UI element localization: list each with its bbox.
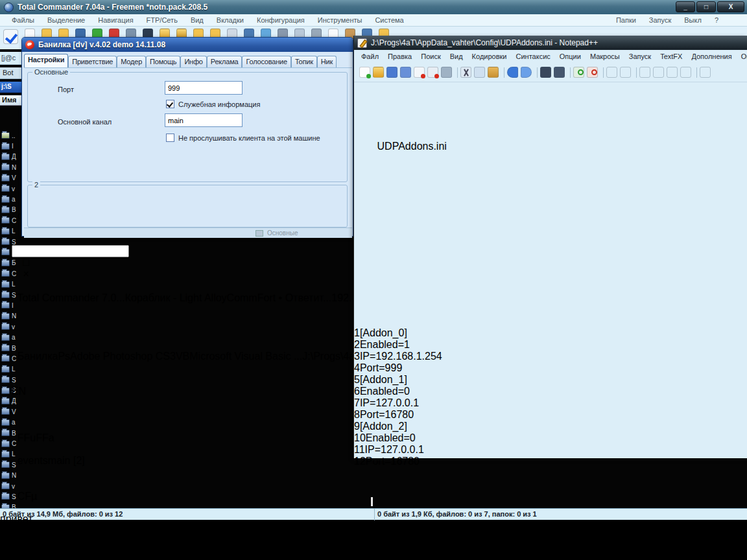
no-listen-checkbox[interactable] xyxy=(166,134,174,142)
tc-menu-item[interactable]: Папки xyxy=(610,16,643,24)
npp-toolbar-icon[interactable] xyxy=(474,67,485,78)
tray-icon[interactable]: En xyxy=(21,549,34,560)
npp-toolbar-icon[interactable] xyxy=(359,67,370,78)
tc-menu-item[interactable]: FTP/Сеть xyxy=(140,16,184,24)
tc-path-bar[interactable]: j:\S xyxy=(0,82,21,93)
tc-folder-tab[interactable]: Bot xyxy=(0,67,21,79)
checkmark-icon[interactable] xyxy=(3,29,18,44)
editor-area[interactable]: 1[Addon_0]2Enabled=13IP=192.168.1.2544Po… xyxy=(354,211,747,514)
npp-toolbar-icon[interactable] xyxy=(521,67,532,78)
tray-icon[interactable]: FFu xyxy=(18,432,36,443)
tc-menu-item[interactable]: Система xyxy=(368,16,410,24)
npp-toolbar-icon[interactable] xyxy=(386,67,397,78)
banilka-tab[interactable]: Реклама xyxy=(207,56,243,67)
npp-menu-item[interactable]: Опции xyxy=(555,52,586,60)
channel-input[interactable] xyxy=(165,113,243,127)
tc-drive-bar[interactable]: [j@c xyxy=(0,52,21,65)
file-row[interactable]: .. xyxy=(0,130,21,141)
npp-menu-item[interactable]: Кодировки xyxy=(468,52,512,60)
tray-icon[interactable]: µ xyxy=(31,491,37,502)
npp-toolbar-icon[interactable] xyxy=(603,67,604,78)
banilka-tab[interactable]: Настройки xyxy=(24,54,68,67)
tc-menu-item[interactable]: Навигация xyxy=(91,16,139,24)
npp-toolbar-icon[interactable] xyxy=(488,67,499,78)
npp-toolbar-icon[interactable] xyxy=(507,67,518,78)
npp-toolbar-icon[interactable] xyxy=(587,67,598,78)
editor-line[interactable]: 12Port=16780 xyxy=(354,456,747,467)
tc-menu-item[interactable]: Файлы xyxy=(5,16,41,24)
npp-toolbar-icon[interactable] xyxy=(570,67,571,78)
npp-toolbar-icon[interactable] xyxy=(636,67,637,78)
tray-icon[interactable]: a xyxy=(34,549,40,560)
banilka-tab[interactable]: Ник xyxy=(317,56,337,67)
tc-menu-item[interactable]: Конфигурация xyxy=(250,16,311,24)
npp-menu-item[interactable]: Вид xyxy=(445,52,468,60)
npp-menu-item[interactable]: Запуск xyxy=(624,52,656,60)
taskbar-button[interactable]: CommFort • Ответит... xyxy=(227,292,332,303)
tc-menu-item[interactable]: ? xyxy=(708,16,725,24)
editor-line[interactable]: 7IP=127.0.0.1 xyxy=(354,397,747,409)
npp-toolbar-icon[interactable] xyxy=(696,67,697,78)
document-tab[interactable]: UDPAddons.ini xyxy=(354,117,747,164)
banilka-tab[interactable]: Приветствие xyxy=(68,56,117,67)
npp-menu-item[interactable]: Макросы xyxy=(586,52,624,60)
tc-menu-item[interactable]: Инструменты xyxy=(311,16,369,24)
tc-column-header-name[interactable]: Имя xyxy=(0,95,21,106)
taskbar-button[interactable]: Total Commander 7.0... xyxy=(17,292,124,303)
tc-menu-item[interactable]: Выкл xyxy=(678,16,708,24)
editor-line[interactable]: 3IP=192.168.1.254 xyxy=(354,351,747,362)
banilka-tab[interactable]: Голосование xyxy=(242,56,290,67)
minimize-button[interactable]: _ xyxy=(676,1,695,12)
service-info-checkbox[interactable] xyxy=(166,100,174,108)
npp-toolbar-icon[interactable] xyxy=(504,67,504,78)
banilka-tab[interactable]: Топик xyxy=(291,56,317,67)
npp-menu-item[interactable]: Синтаксис xyxy=(512,52,555,60)
npp-toolbar-icon[interactable] xyxy=(639,67,650,78)
maximize-button[interactable]: □ xyxy=(696,1,716,12)
npp-toolbar-icon[interactable] xyxy=(620,67,631,78)
file-row[interactable]: I xyxy=(0,141,21,151)
editor-line[interactable]: 2Enabled=1 xyxy=(354,339,747,351)
npp-toolbar-icon[interactable] xyxy=(680,67,691,78)
editor-line[interactable]: 9[Addon_2] xyxy=(354,421,747,432)
taskbar-button[interactable]: VBMicrosoft Visual Basic ... xyxy=(176,351,302,362)
tc-menu-item[interactable]: Вид xyxy=(184,16,210,24)
tray-icon[interactable]: FFa xyxy=(36,432,54,443)
npp-toolbar-icon[interactable] xyxy=(400,67,411,78)
npp-toolbar-icon[interactable] xyxy=(373,67,384,78)
editor-line[interactable]: 6Enabled=0 xyxy=(354,386,747,397)
port-input[interactable] xyxy=(165,81,243,95)
npp-menu-item[interactable]: Дополнения xyxy=(687,52,736,60)
editor-line[interactable]: 10Enabled=0 xyxy=(354,432,747,444)
editor-line[interactable]: 8Port=16780 xyxy=(354,409,747,421)
npp-toolbar-icon[interactable] xyxy=(537,67,538,78)
npp-menu-item[interactable]: Правка xyxy=(383,52,416,60)
npp-menu-item[interactable]: Поиск xyxy=(416,52,445,60)
taskbar-button[interactable]: PsAdobe Photoshop CS3 xyxy=(58,351,175,362)
npp-toolbar-icon[interactable] xyxy=(457,67,458,78)
close-button[interactable]: X xyxy=(717,1,744,12)
banilka-tab[interactable]: Помощь xyxy=(146,56,180,67)
tray-icon[interactable]: CF xyxy=(18,491,31,502)
editor-line[interactable]: 11IP=127.0.0.1 xyxy=(354,444,747,456)
banilka-tab[interactable]: Модер xyxy=(117,56,146,67)
npp-toolbar-icon[interactable] xyxy=(540,67,551,78)
npp-toolbar-icon[interactable] xyxy=(573,67,584,78)
taskbar-search-input[interactable] xyxy=(12,245,129,257)
npp-menu-item[interactable]: Окна xyxy=(737,52,747,60)
npp-toolbar-icon[interactable] xyxy=(700,67,711,78)
npp-toolbar-icon[interactable] xyxy=(554,67,565,78)
language-indicator[interactable]: EN xyxy=(12,386,26,397)
npp-toolbar-icon[interactable] xyxy=(653,67,664,78)
npp-menu-item[interactable]: TextFX xyxy=(656,52,687,60)
editor-line[interactable]: 5[Addon_1] xyxy=(354,374,747,386)
editor-line[interactable]: 1[Addon_0] xyxy=(354,327,747,339)
taskbar-button[interactable]: Кораблик - Light Alloy xyxy=(125,292,227,303)
tc-menu-item[interactable]: Вкладки xyxy=(210,16,250,24)
npp-toolbar-icon[interactable] xyxy=(414,67,425,78)
npp-toolbar-icon[interactable] xyxy=(427,67,438,78)
banilka-tab[interactable]: Инфо xyxy=(180,56,206,67)
npp-toolbar-icon[interactable] xyxy=(667,67,678,78)
npp-toolbar-icon[interactable] xyxy=(460,67,471,78)
tc-menu-item[interactable]: Запуск xyxy=(643,16,678,24)
